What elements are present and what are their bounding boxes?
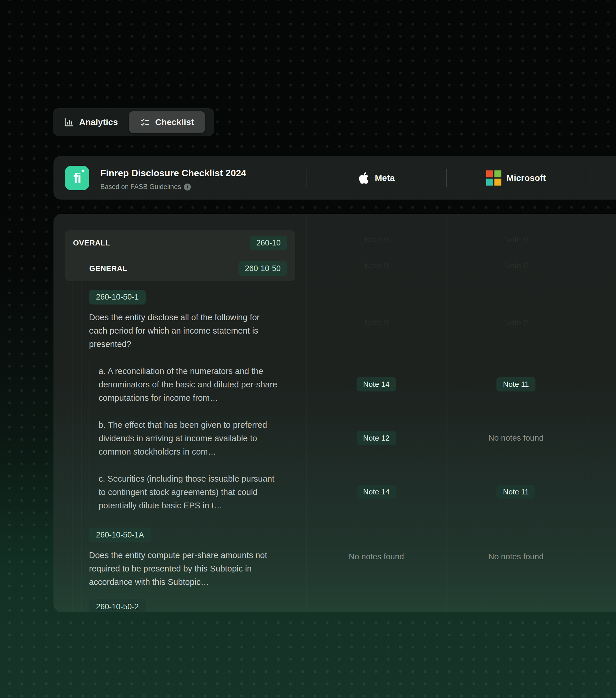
tab-analytics-label: Analytics — [79, 117, 118, 127]
indent-guide-subitems — [89, 358, 90, 512]
note-badge[interactable]: Note 12 — [356, 431, 396, 445]
finrep-logo-icon: fi ✦ — [65, 166, 89, 190]
note-badge[interactable]: Note 11 — [496, 485, 535, 499]
item-code-badge: 260-10-50-1 — [89, 290, 146, 305]
note-badge[interactable]: Note 14 — [356, 377, 396, 391]
section-label: GENERAL — [89, 264, 127, 273]
apple-logo-icon — [358, 172, 370, 184]
section-label: OVERALL — [73, 238, 110, 248]
bar-chart-icon — [64, 117, 74, 127]
section-header-block: OVERALL 260-10 GENERAL 260-10-50 — [65, 230, 295, 281]
section-code-badge: 260-10 — [250, 236, 287, 250]
section-row-general[interactable]: GENERAL 260-10-50 — [73, 256, 287, 281]
indent-guide-level1 — [72, 251, 72, 612]
column-divider — [586, 214, 586, 612]
tab-checklist-label: Checklist — [155, 117, 194, 127]
no-notes-text: No notes found — [488, 433, 544, 443]
question-text: Does the entity disclose all of the foll… — [89, 311, 280, 351]
ghost-note: Note 9 — [307, 235, 446, 244]
page-subtitle-row: Based on FASB Guidelines i — [100, 183, 191, 191]
microsoft-logo-icon — [486, 170, 501, 185]
ghost-note: Note 9 — [446, 235, 586, 244]
section-row-overall[interactable]: OVERALL 260-10 — [73, 230, 287, 256]
checklist-table-card: OVERALL 260-10 GENERAL 260-10-50 Note 9 … — [54, 214, 616, 612]
sparkle-icon: ✦ — [80, 168, 85, 174]
company-column-microsoft: Microsoft — [446, 156, 586, 200]
view-switcher: Analytics Checklist — [53, 108, 214, 136]
page-title: Finrep Disclosure Checklist 2024 — [100, 168, 246, 179]
company-name-meta: Meta — [375, 173, 395, 183]
item-code-badge: 260-10-50-1A — [89, 528, 151, 542]
note-cell-microsoft: No notes found — [446, 431, 586, 445]
subitem-text-b: b. The effect that has been given to pre… — [99, 418, 282, 458]
note-badge[interactable]: Note 14 — [356, 485, 396, 499]
page-subtitle: Based on FASB Guidelines — [100, 183, 181, 191]
tab-analytics[interactable]: Analytics — [53, 111, 129, 133]
note-badge[interactable]: Note 11 — [496, 377, 535, 391]
header-divider — [586, 169, 586, 187]
company-name-microsoft: Microsoft — [507, 173, 546, 183]
note-cell-microsoft: Note 11 — [446, 377, 586, 391]
list-checks-icon — [140, 117, 150, 127]
section-code-badge: 260-10-50 — [238, 261, 287, 276]
note-cell-microsoft: Note 11 — [446, 485, 586, 499]
subitem-text-c: c. Securities (including those issuable … — [99, 472, 282, 512]
ghost-note: Note 9 — [307, 261, 446, 270]
note-cell-meta: Note 12 — [307, 431, 446, 445]
note-cell-meta: Note 14 — [307, 377, 446, 391]
page: Analytics Checklist fi ✦ Finrep Disclosu… — [0, 0, 616, 698]
ghost-note: Note 9 — [446, 318, 586, 327]
item-code-badge: 260-10-50-2 — [89, 599, 146, 612]
note-cell-microsoft: No notes found — [446, 551, 586, 562]
info-icon[interactable]: i — [184, 183, 191, 191]
ghost-note: Note 9 — [307, 318, 446, 327]
finrep-logo-text: fi — [73, 170, 81, 186]
note-cell-meta: Note 14 — [307, 485, 446, 499]
no-notes-text: No notes found — [488, 552, 544, 561]
company-column-meta: Meta — [307, 156, 446, 200]
note-cell-meta: No notes found — [307, 551, 446, 562]
checklist-header-card: fi ✦ Finrep Disclosure Checklist 2024 Ba… — [54, 156, 616, 199]
no-notes-text: No notes found — [349, 552, 404, 561]
question-text: Does the entity compute per-share amount… — [89, 548, 281, 589]
tab-checklist[interactable]: Checklist — [129, 111, 205, 133]
ghost-note: Note 9 — [446, 261, 586, 270]
subitem-text-a: a. A reconciliation of the numerators an… — [99, 364, 282, 405]
indent-guide-level2 — [81, 277, 81, 612]
